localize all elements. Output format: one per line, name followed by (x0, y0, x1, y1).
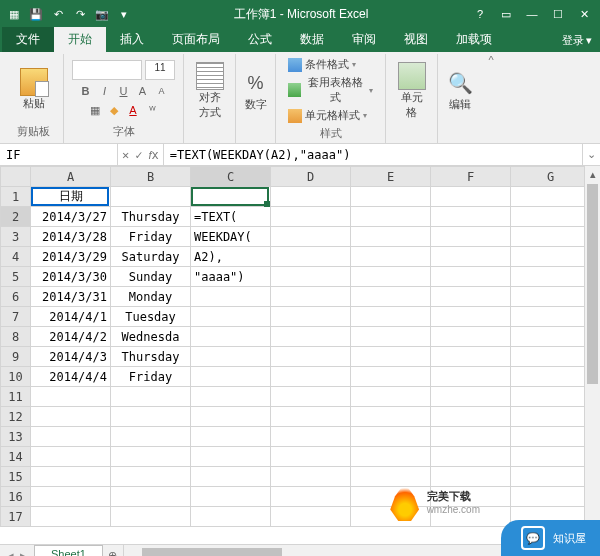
tab-layout[interactable]: 页面布局 (158, 27, 234, 52)
col-header[interactable]: A (31, 167, 111, 187)
sheet-tab[interactable]: Sheet1 (34, 545, 103, 556)
cell[interactable] (511, 247, 591, 267)
cell[interactable]: "aaaa") (191, 267, 271, 287)
cell[interactable] (431, 267, 511, 287)
cell[interactable] (351, 367, 431, 387)
col-header[interactable]: B (111, 167, 191, 187)
cell[interactable] (271, 467, 351, 487)
cell[interactable] (191, 187, 271, 207)
col-header[interactable]: E (351, 167, 431, 187)
cell[interactable] (351, 327, 431, 347)
cell[interactable] (271, 247, 351, 267)
tab-view[interactable]: 视图 (390, 27, 442, 52)
qat-more-icon[interactable]: ▾ (114, 4, 134, 24)
cell[interactable] (191, 407, 271, 427)
new-sheet-button[interactable]: ⊕ (103, 545, 123, 556)
cell[interactable] (271, 347, 351, 367)
cell[interactable] (511, 267, 591, 287)
col-header[interactable]: D (271, 167, 351, 187)
cell[interactable] (431, 427, 511, 447)
cell[interactable] (111, 487, 191, 507)
cell[interactable]: 2014/4/4 (31, 367, 111, 387)
minimize-icon[interactable]: ― (520, 3, 544, 25)
row-header[interactable]: 13 (1, 427, 31, 447)
worksheet-area[interactable]: A B C D E F G 1日期22014/3/27Thursday=TEXT… (0, 166, 600, 544)
cell[interactable] (351, 407, 431, 427)
cell[interactable] (191, 287, 271, 307)
cell[interactable] (271, 267, 351, 287)
cell[interactable] (271, 307, 351, 327)
cell[interactable] (271, 407, 351, 427)
row-header[interactable]: 8 (1, 327, 31, 347)
sheet-nav-prev-icon[interactable]: ◂ (8, 549, 14, 556)
cell[interactable] (511, 427, 591, 447)
cell[interactable]: 2014/4/1 (31, 307, 111, 327)
cell[interactable] (271, 387, 351, 407)
row-header[interactable]: 9 (1, 347, 31, 367)
cell[interactable] (271, 327, 351, 347)
cell[interactable] (271, 207, 351, 227)
cell[interactable]: 2014/3/31 (31, 287, 111, 307)
align-button[interactable]: 对齐方式 (190, 60, 229, 122)
cell[interactable] (111, 407, 191, 427)
cell[interactable] (271, 427, 351, 447)
font-color-button[interactable]: A (125, 102, 141, 118)
cell[interactable] (191, 487, 271, 507)
scroll-up-icon[interactable]: ▴ (585, 166, 600, 182)
cell[interactable] (511, 227, 591, 247)
cell[interactable] (431, 287, 511, 307)
cell[interactable] (431, 227, 511, 247)
row-header[interactable]: 14 (1, 447, 31, 467)
undo-icon[interactable]: ↶ (48, 4, 68, 24)
save-icon[interactable]: 💾 (26, 4, 46, 24)
cell[interactable] (511, 487, 591, 507)
camera-icon[interactable]: 📷 (92, 4, 112, 24)
row-header[interactable]: 5 (1, 267, 31, 287)
cell[interactable] (31, 427, 111, 447)
accept-formula-icon[interactable]: ✓ (135, 148, 142, 162)
cell[interactable]: 2014/3/27 (31, 207, 111, 227)
cell[interactable] (191, 367, 271, 387)
cell[interactable] (431, 327, 511, 347)
cell[interactable] (111, 447, 191, 467)
cell[interactable] (431, 367, 511, 387)
cell[interactable]: 日期 (31, 187, 111, 207)
cell[interactable] (111, 387, 191, 407)
row-header[interactable]: 11 (1, 387, 31, 407)
cell[interactable] (191, 327, 271, 347)
cell[interactable] (351, 307, 431, 327)
cell[interactable] (191, 387, 271, 407)
cell[interactable] (511, 447, 591, 467)
cell[interactable] (111, 427, 191, 447)
font-size-combo[interactable]: 11 (145, 60, 175, 80)
cell-style-button[interactable]: 单元格样式▾ (288, 107, 373, 124)
cell[interactable] (511, 307, 591, 327)
col-header[interactable]: G (511, 167, 591, 187)
cell[interactable] (431, 447, 511, 467)
cell[interactable] (31, 447, 111, 467)
vertical-scrollbar[interactable]: ▴ ▾ (584, 166, 600, 544)
cell[interactable] (271, 447, 351, 467)
row-header[interactable]: 4 (1, 247, 31, 267)
help-icon[interactable]: ? (468, 3, 492, 25)
cell[interactable]: Thursday (111, 207, 191, 227)
cell[interactable] (31, 467, 111, 487)
ribbon-collapse-icon[interactable]: ^ (482, 54, 500, 143)
cell[interactable] (351, 347, 431, 367)
cells-button[interactable]: 单元格 (392, 60, 431, 122)
tab-addins[interactable]: 加载项 (442, 27, 506, 52)
cell[interactable] (31, 407, 111, 427)
cell[interactable] (31, 507, 111, 527)
bold-button[interactable]: B (78, 83, 94, 99)
cell[interactable] (511, 347, 591, 367)
cell[interactable] (351, 247, 431, 267)
cell[interactable]: 2014/3/29 (31, 247, 111, 267)
number-button[interactable]: %数字 (238, 67, 274, 114)
italic-button[interactable]: I (97, 83, 113, 99)
expand-formula-bar-icon[interactable]: ⌄ (582, 144, 600, 165)
row-header[interactable]: 1 (1, 187, 31, 207)
ribbon-options-icon[interactable]: ▭ (494, 3, 518, 25)
cell[interactable] (111, 507, 191, 527)
cell[interactable] (111, 467, 191, 487)
cell[interactable]: Friday (111, 367, 191, 387)
